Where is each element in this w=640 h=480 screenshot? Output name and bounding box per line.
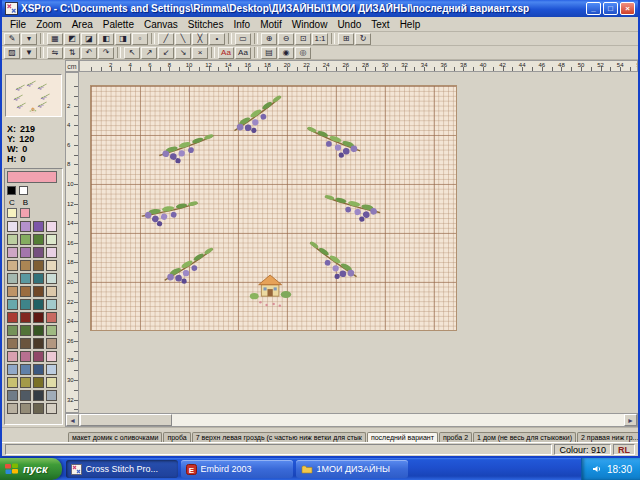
petite-stitch[interactable]: ▫ xyxy=(132,33,148,45)
palette-swatch[interactable] xyxy=(46,338,57,349)
text-large[interactable]: Aa xyxy=(235,47,251,59)
refresh-view[interactable]: ↻ xyxy=(355,33,371,45)
tab-2[interactable]: проба xyxy=(163,432,190,442)
palette-swatch[interactable] xyxy=(33,221,44,232)
palette-swatch[interactable] xyxy=(20,312,31,323)
bw-swatch[interactable] xyxy=(7,186,16,195)
design-canvas[interactable] xyxy=(90,85,457,331)
menu-item-motif[interactable]: Motif xyxy=(255,18,287,31)
taskbar-task[interactable]: EEmbird 2003 xyxy=(181,460,293,478)
palette-swatch[interactable] xyxy=(7,234,18,245)
palette-swatch[interactable] xyxy=(46,377,57,388)
palette-swatch[interactable] xyxy=(20,364,31,375)
palette-swatch[interactable] xyxy=(7,299,18,310)
palette-swatch[interactable] xyxy=(46,221,57,232)
palette-swatch[interactable] xyxy=(33,325,44,336)
arrow-sw[interactable]: ↙ xyxy=(158,47,174,59)
center-design[interactable]: ◎ xyxy=(295,47,311,59)
palette-swatch[interactable] xyxy=(46,273,57,284)
zoom-in[interactable]: ⊕ xyxy=(261,33,277,45)
select-tool[interactable]: ▭ xyxy=(235,33,251,45)
palette-swatch[interactable] xyxy=(20,338,31,349)
backstitch-diag-down[interactable]: ╲ xyxy=(175,33,191,45)
palette-swatch[interactable] xyxy=(20,221,31,232)
palette-swatch[interactable] xyxy=(33,312,44,323)
backstitch-cross[interactable]: ╳ xyxy=(192,33,208,45)
current-color-swatch[interactable] xyxy=(7,171,57,183)
half-stitch-bottom[interactable]: ◪ xyxy=(81,33,97,45)
horizontal-scrollbar[interactable]: ◄ ► xyxy=(65,413,638,427)
delete-stitch[interactable]: × xyxy=(192,47,208,59)
palette-swatch[interactable] xyxy=(46,299,57,310)
minimize-button[interactable]: _ xyxy=(586,2,601,15)
menu-item-text[interactable]: Text xyxy=(366,18,394,31)
palette-swatch[interactable] xyxy=(7,390,18,401)
palette-swatch[interactable] xyxy=(7,247,18,258)
pencil-tool[interactable]: ✎ xyxy=(4,33,20,45)
zoom-out[interactable]: ⊖ xyxy=(278,33,294,45)
palette-swatch[interactable] xyxy=(20,286,31,297)
taskbar-task[interactable]: 1МОИ ДИЗАЙНЫ xyxy=(296,460,408,478)
scrollbar-thumb[interactable] xyxy=(80,414,172,426)
text-small[interactable]: Aa xyxy=(218,47,234,59)
palette-swatch[interactable] xyxy=(33,338,44,349)
flood-fill[interactable]: ▨ xyxy=(4,47,20,59)
volume-icon[interactable] xyxy=(592,464,602,474)
scroll-left-arrow[interactable]: ◄ xyxy=(66,414,79,426)
palette-swatch[interactable] xyxy=(33,273,44,284)
menu-item-window[interactable]: Window xyxy=(287,18,333,31)
palette-swatch[interactable] xyxy=(33,364,44,375)
rotate-right[interactable]: ↷ xyxy=(98,47,114,59)
palette-swatch[interactable] xyxy=(46,390,57,401)
arrow-se[interactable]: ↘ xyxy=(175,47,191,59)
palette-swatch[interactable] xyxy=(46,351,57,362)
quarter-stitch-right[interactable]: ◨ xyxy=(115,33,131,45)
palette-swatch[interactable] xyxy=(20,234,31,245)
tab-1[interactable]: макет домик с оливочками xyxy=(68,432,162,442)
menu-item-info[interactable]: Info xyxy=(228,18,255,31)
menu-item-file[interactable]: File xyxy=(5,18,31,31)
full-stitch[interactable]: ▦ xyxy=(47,33,63,45)
tab-3[interactable]: 7 верхн левая гроздь (с частью ниж ветки… xyxy=(192,432,366,442)
grid-toggle[interactable]: ⊞ xyxy=(338,33,354,45)
mirror-horizontal[interactable]: ⇋ xyxy=(47,47,63,59)
color-picker[interactable]: ▼ xyxy=(21,47,37,59)
palette-swatch[interactable] xyxy=(33,286,44,297)
palette-swatch[interactable] xyxy=(33,351,44,362)
palette-swatch[interactable] xyxy=(46,247,57,258)
palette-swatch[interactable] xyxy=(20,208,30,218)
tab-5[interactable]: проба 2 xyxy=(439,432,472,442)
french-knot[interactable]: • xyxy=(209,33,225,45)
palette-swatch[interactable] xyxy=(7,273,18,284)
palette-swatch[interactable] xyxy=(46,364,57,375)
backstitch-diag-up[interactable]: ╱ xyxy=(158,33,174,45)
mirror-vertical[interactable]: ⇅ xyxy=(64,47,80,59)
taskbar-task[interactable]: Cross Stitch Pro... xyxy=(66,460,178,478)
palette-swatch[interactable] xyxy=(46,286,57,297)
start-button[interactable]: пуск xyxy=(0,458,62,480)
close-button[interactable]: × xyxy=(620,2,635,15)
palette-swatch[interactable] xyxy=(7,403,18,414)
tab-6[interactable]: 1 дом (не весь для стыковки) xyxy=(473,432,576,442)
palette-swatch[interactable] xyxy=(7,260,18,271)
palette-swatch[interactable] xyxy=(46,312,57,323)
palette-swatch[interactable] xyxy=(20,260,31,271)
design-preview[interactable] xyxy=(5,74,62,117)
palette-swatch[interactable] xyxy=(20,403,31,414)
zoom-area[interactable]: ⊡ xyxy=(295,33,311,45)
quarter-stitch-left[interactable]: ◧ xyxy=(98,33,114,45)
tab-7[interactable]: 2 правая ниж гр... xyxy=(577,432,638,442)
palette-swatch[interactable] xyxy=(7,312,18,323)
palette-swatch[interactable] xyxy=(33,260,44,271)
palette-swatch[interactable] xyxy=(46,260,57,271)
maximize-button[interactable]: □ xyxy=(603,2,618,15)
zoom-actual[interactable]: 1:1 xyxy=(312,33,328,45)
palette-swatch[interactable] xyxy=(33,299,44,310)
menu-item-undo[interactable]: Undo xyxy=(332,18,366,31)
pencil-dropdown[interactable]: ▾ xyxy=(21,33,37,45)
palette-swatch[interactable] xyxy=(20,247,31,258)
menu-item-canvas[interactable]: Canvas xyxy=(139,18,183,31)
arrow-nw[interactable]: ↖ xyxy=(124,47,140,59)
palette-swatch[interactable] xyxy=(20,351,31,362)
rotate-left[interactable]: ↶ xyxy=(81,47,97,59)
